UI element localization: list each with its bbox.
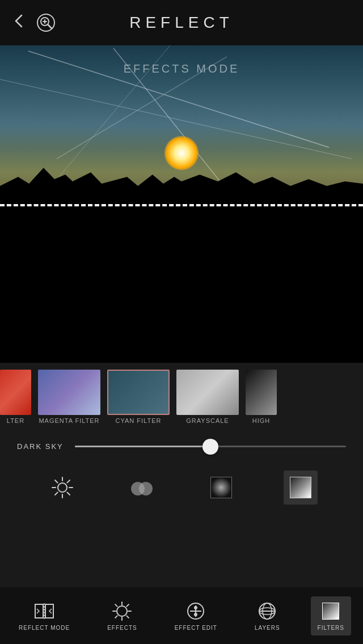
layers-icon bbox=[257, 601, 277, 621]
filter-thumb-cyan bbox=[107, 370, 170, 415]
nav-item-reflect-mode[interactable]: REFLECT MODE bbox=[12, 596, 77, 635]
blend-button[interactable] bbox=[125, 471, 159, 505]
gradient-button[interactable] bbox=[284, 471, 318, 505]
header: REFLECT bbox=[0, 0, 363, 45]
nav-item-layers[interactable]: LAYERS bbox=[248, 596, 287, 635]
filter-label-high: HIGH bbox=[252, 417, 271, 424]
svg-line-35 bbox=[116, 616, 118, 618]
svg-line-17 bbox=[55, 493, 58, 495]
filter-item-grayscale[interactable]: GRAYSCALE bbox=[176, 370, 239, 424]
nav-label-effect-edit: EFFECT EDIT bbox=[175, 625, 217, 631]
svg-line-14 bbox=[55, 480, 58, 483]
filter-strip: LTER MAGENTA FILTER CYAN FILTER GRAYSCAL… bbox=[0, 363, 363, 431]
nav-label-filters: FILTERS bbox=[318, 625, 344, 631]
nav-item-effect-edit[interactable]: EFFECT EDIT bbox=[168, 596, 224, 635]
filter-label-red: LTER bbox=[7, 417, 24, 424]
slider-track[interactable] bbox=[75, 446, 346, 447]
effect-icons-row bbox=[0, 462, 363, 513]
svg-line-32 bbox=[116, 604, 118, 607]
brightness-button[interactable] bbox=[45, 471, 79, 505]
nav-item-filters[interactable]: FILTERS bbox=[311, 596, 351, 635]
vignette-button[interactable] bbox=[204, 471, 238, 505]
reflect-mode-icon bbox=[34, 601, 54, 621]
svg-point-27 bbox=[117, 606, 127, 616]
nav-label-effects: EFFECTS bbox=[107, 625, 137, 631]
filters-icon bbox=[320, 601, 341, 621]
filter-thumb-red bbox=[0, 370, 31, 415]
filter-item-magenta[interactable]: MAGENTA FILTER bbox=[38, 370, 100, 424]
nav-item-effects[interactable]: EFFECTS bbox=[100, 596, 144, 635]
filter-label-cyan: CYAN FILTER bbox=[116, 417, 162, 424]
svg-line-33 bbox=[127, 616, 129, 618]
filter-item-red[interactable]: LTER bbox=[0, 370, 31, 424]
app-title: REFLECT bbox=[129, 14, 234, 32]
svg-line-16 bbox=[67, 480, 70, 483]
svg-line-1 bbox=[48, 25, 52, 29]
svg-point-19 bbox=[139, 482, 153, 495]
svg-rect-23 bbox=[290, 477, 311, 498]
filter-thumb-magenta bbox=[38, 370, 100, 415]
split-line bbox=[0, 204, 363, 206]
filter-label-magenta: MAGENTA FILTER bbox=[39, 417, 99, 424]
bottom-nav: REFLECT MODE EFFECTS bbox=[0, 587, 363, 644]
nav-label-reflect-mode: REFLECT MODE bbox=[19, 625, 70, 631]
effects-icon bbox=[112, 601, 132, 621]
svg-line-15 bbox=[67, 493, 70, 495]
back-button[interactable] bbox=[11, 13, 27, 33]
photo-bottom bbox=[0, 204, 363, 363]
filter-label-grayscale: GRAYSCALE bbox=[186, 417, 229, 424]
dark-sky-label: DARK SKY bbox=[17, 442, 64, 451]
effect-edit-icon bbox=[185, 601, 206, 621]
svg-rect-46 bbox=[323, 603, 339, 619]
filter-thumb-high bbox=[246, 370, 277, 415]
slider-fill bbox=[75, 446, 210, 447]
sun bbox=[164, 136, 199, 170]
filter-thumb-grayscale bbox=[176, 370, 239, 415]
svg-point-39 bbox=[194, 613, 197, 616]
controls-area: DARK SKY bbox=[0, 431, 363, 462]
filter-item-cyan[interactable]: CYAN FILTER bbox=[107, 370, 170, 424]
nav-label-layers: LAYERS bbox=[255, 625, 280, 631]
svg-line-34 bbox=[127, 604, 129, 607]
image-area: EFFECTS MODE bbox=[0, 45, 363, 363]
filter-item-high[interactable]: HIGH bbox=[246, 370, 277, 424]
effects-mode-label: EFFECTS MODE bbox=[124, 62, 240, 75]
dark-sky-row: DARK SKY bbox=[17, 442, 346, 451]
zoom-button[interactable] bbox=[37, 14, 55, 32]
svg-point-38 bbox=[194, 606, 197, 609]
slider-thumb[interactable] bbox=[202, 439, 218, 455]
svg-point-9 bbox=[58, 483, 67, 492]
svg-rect-21 bbox=[211, 477, 231, 498]
